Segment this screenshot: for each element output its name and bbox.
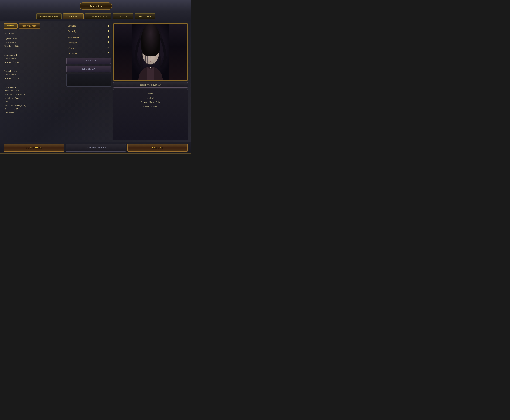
tab-combat-stats[interactable]: COMBAT STATS bbox=[85, 14, 111, 19]
strength-label: Strength bbox=[68, 24, 76, 27]
svg-point-7 bbox=[152, 53, 155, 55]
base-thac0: Base THAC0: 20 bbox=[4, 90, 19, 92]
svg-point-11 bbox=[153, 53, 155, 54]
thief-next: Next Level: 1250 bbox=[4, 77, 19, 79]
constitution-value: 16 bbox=[107, 35, 110, 38]
constitution-label: Constitution bbox=[68, 36, 79, 38]
svg-point-13 bbox=[153, 53, 154, 54]
next-level-badge: Next Level in 1250 XP bbox=[113, 82, 188, 88]
intelligence-value: 16 bbox=[107, 41, 110, 44]
dual-class-button[interactable]: DUAL CLASS bbox=[66, 58, 111, 64]
tab-abilities[interactable]: ABILITIES bbox=[135, 14, 155, 19]
char-classes: Fighter / Mage / Thief bbox=[141, 101, 160, 104]
mage-next: Next Level: 2500 bbox=[4, 61, 19, 63]
portrait-svg bbox=[114, 24, 187, 80]
attacks-per-round: Attacks per Round: 1 bbox=[4, 97, 23, 99]
customize-button[interactable]: CUSTOMIZE bbox=[4, 144, 64, 152]
left-panel: STATS BIOGRAPHY Multi-Class Fighter: Lev… bbox=[4, 23, 64, 140]
sub-tab-biography[interactable]: BIOGRAPHY bbox=[19, 23, 40, 29]
svg-point-10 bbox=[147, 53, 148, 54]
find-traps: Find Traps: 50 bbox=[4, 112, 17, 114]
fighter-exp: Experience: 0 bbox=[4, 41, 16, 44]
middle-panel: Strength 10 Dexterity 18 Constitution 16… bbox=[66, 23, 111, 140]
thief-exp: Experience: 0 bbox=[4, 73, 16, 76]
proficiencies-label: Proficiencies bbox=[4, 86, 15, 88]
strength-value: 10 bbox=[107, 24, 110, 28]
mage-exp: Experience: 0 bbox=[4, 57, 16, 60]
title-bar: Jericho bbox=[0, 0, 191, 12]
stat-row-constitution: Constitution 16 bbox=[66, 35, 111, 39]
thief-level: Thief: Level 1 bbox=[4, 70, 17, 72]
sub-tab-bar: STATS BIOGRAPHY bbox=[4, 23, 64, 29]
open-locks: Open Locks: 25 bbox=[4, 108, 18, 110]
left-content-wrapper: Multi-Class Fighter: Level 1 Experience:… bbox=[4, 31, 64, 140]
wisdom-value: 15 bbox=[107, 46, 110, 50]
export-button[interactable]: EXPORT bbox=[127, 144, 188, 152]
fighter-next: Next Level: 2000 bbox=[4, 45, 19, 47]
reputation: Reputation: Average (10) bbox=[4, 104, 26, 106]
charisma-value: 15 bbox=[107, 52, 110, 55]
char-info-text: Male Half-Elf Fighter / Mage / Thief Cha… bbox=[115, 91, 186, 109]
empty-slot bbox=[66, 74, 111, 87]
level-up-button[interactable]: LEVEL UP bbox=[66, 66, 111, 72]
svg-point-9 bbox=[152, 53, 155, 55]
stat-row-charisma: Charisma 15 bbox=[66, 51, 111, 56]
character-info-box: Male Half-Elf Fighter / Mage / Thief Cha… bbox=[113, 89, 188, 140]
content-area: STATS BIOGRAPHY Multi-Class Fighter: Lev… bbox=[0, 21, 191, 142]
svg-point-12 bbox=[147, 53, 147, 54]
svg-point-16 bbox=[146, 62, 155, 65]
stat-row-strength: Strength 10 bbox=[66, 23, 111, 28]
intelligence-label: Intelligence bbox=[68, 41, 79, 44]
tab-skills[interactable]: SKILLS bbox=[113, 14, 133, 19]
right-panel: Next Level in 1250 XP Male Half-Elf Figh… bbox=[113, 23, 188, 140]
stats-text-block: Multi-Class Fighter: Level 1 Experience:… bbox=[4, 31, 64, 115]
svg-point-15 bbox=[152, 53, 155, 55]
svg-point-14 bbox=[146, 53, 149, 55]
bottom-bar: CUSTOMIZE REFORM PARTY EXPORT bbox=[0, 142, 191, 153]
svg-point-6 bbox=[146, 53, 149, 55]
character-name: Jericho bbox=[89, 4, 102, 8]
tab-information[interactable]: INFORMATION bbox=[36, 14, 62, 19]
svg-point-8 bbox=[146, 53, 149, 55]
mage-level: Mage: Level 1 bbox=[4, 54, 17, 56]
lore: Lore: 11 bbox=[4, 100, 12, 103]
class-type: Multi-Class bbox=[4, 32, 15, 35]
fighter-level: Fighter: Level 1 bbox=[4, 38, 18, 40]
tab-class[interactable]: CLASS bbox=[63, 14, 84, 19]
stat-row-dexterity: Dexterity 18 bbox=[66, 29, 111, 34]
reform-party-button[interactable]: REFORM PARTY bbox=[66, 144, 126, 152]
char-alignment: Chaotic Neutral bbox=[143, 105, 158, 108]
next-level-text: Next Level in 1250 XP bbox=[140, 84, 161, 86]
stat-row-wisdom: Wisdom 15 bbox=[66, 46, 111, 50]
wisdom-label: Wisdom bbox=[68, 47, 76, 49]
tab-bar: INFORMATION CLASS COMBAT STATS SKILLS AB… bbox=[0, 12, 191, 21]
title-plaque: Jericho bbox=[80, 2, 112, 10]
portrait-illustration bbox=[114, 24, 187, 80]
charisma-label: Charisma bbox=[68, 52, 77, 55]
char-gender: Male bbox=[148, 92, 153, 95]
sub-tab-stats[interactable]: STATS bbox=[4, 23, 18, 29]
stat-row-intelligence: Intelligence 16 bbox=[66, 40, 111, 45]
main-frame: Jericho INFORMATION CLASS COMBAT STATS S… bbox=[0, 0, 192, 154]
main-hand-thac0: Main Hand THAC0: 18 bbox=[4, 93, 25, 96]
portrait-frame bbox=[113, 23, 188, 81]
dexterity-value: 18 bbox=[107, 30, 110, 33]
dexterity-label: Dexterity bbox=[68, 30, 77, 33]
char-race: Half-Elf bbox=[147, 97, 154, 99]
